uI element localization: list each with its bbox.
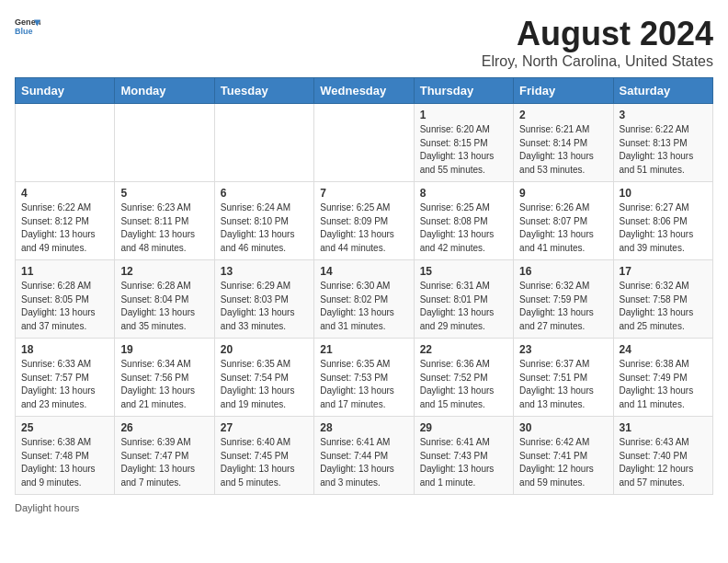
day-info: Sunrise: 6:31 AM Sunset: 8:01 PM Dayligh… bbox=[420, 280, 507, 333]
day-info: Sunrise: 6:35 AM Sunset: 7:53 PM Dayligh… bbox=[320, 358, 407, 411]
calendar-empty-cell bbox=[16, 104, 115, 182]
day-number: 27 bbox=[221, 421, 308, 434]
subtitle: Elroy, North Carolina, United States bbox=[482, 53, 713, 70]
day-number: 18 bbox=[21, 343, 108, 356]
day-number: 21 bbox=[320, 343, 407, 356]
day-info: Sunrise: 6:20 AM Sunset: 8:15 PM Dayligh… bbox=[420, 123, 507, 177]
calendar-day-2: 2Sunrise: 6:21 AM Sunset: 8:14 PM Daylig… bbox=[514, 104, 613, 182]
calendar-table: SundayMondayTuesdayWednesdayThursdayFrid… bbox=[15, 77, 713, 495]
calendar-day-22: 22Sunrise: 6:36 AM Sunset: 7:52 PM Dayli… bbox=[414, 339, 513, 417]
logo-icon: General Blue bbox=[15, 15, 40, 40]
day-number: 28 bbox=[320, 421, 407, 434]
calendar-day-3: 3Sunrise: 6:22 AM Sunset: 8:13 PM Daylig… bbox=[613, 104, 712, 182]
page-header: General Blue August 2024 Elroy, North Ca… bbox=[15, 15, 713, 70]
day-number: 7 bbox=[320, 187, 407, 200]
day-number: 9 bbox=[519, 187, 607, 200]
calendar-day-header-sunday: Sunday bbox=[16, 78, 115, 104]
calendar-week-row: 11Sunrise: 6:28 AM Sunset: 8:05 PM Dayli… bbox=[16, 260, 713, 339]
calendar-header-row: SundayMondayTuesdayWednesdayThursdayFrid… bbox=[16, 78, 713, 104]
calendar-day-26: 26Sunrise: 6:39 AM Sunset: 7:47 PM Dayli… bbox=[115, 417, 214, 495]
calendar-week-row: 4Sunrise: 6:22 AM Sunset: 8:12 PM Daylig… bbox=[16, 182, 713, 260]
main-title: August 2024 bbox=[482, 15, 713, 53]
day-number: 16 bbox=[519, 265, 607, 278]
calendar-day-11: 11Sunrise: 6:28 AM Sunset: 8:05 PM Dayli… bbox=[16, 260, 115, 339]
day-number: 26 bbox=[120, 421, 208, 434]
calendar-empty-cell bbox=[214, 104, 313, 182]
day-number: 25 bbox=[21, 421, 108, 434]
calendar-week-row: 1Sunrise: 6:20 AM Sunset: 8:15 PM Daylig… bbox=[16, 104, 713, 182]
footer-note: Daylight hours bbox=[15, 502, 713, 513]
day-info: Sunrise: 6:22 AM Sunset: 8:12 PM Dayligh… bbox=[21, 201, 108, 255]
calendar-day-28: 28Sunrise: 6:41 AM Sunset: 7:44 PM Dayli… bbox=[314, 417, 414, 495]
day-info: Sunrise: 6:25 AM Sunset: 8:09 PM Dayligh… bbox=[320, 201, 407, 255]
day-number: 4 bbox=[21, 187, 108, 200]
calendar-day-13: 13Sunrise: 6:29 AM Sunset: 8:03 PM Dayli… bbox=[214, 260, 313, 339]
calendar-week-row: 18Sunrise: 6:33 AM Sunset: 7:57 PM Dayli… bbox=[16, 339, 713, 417]
calendar-day-5: 5Sunrise: 6:23 AM Sunset: 8:11 PM Daylig… bbox=[115, 182, 214, 260]
calendar-day-12: 12Sunrise: 6:28 AM Sunset: 8:04 PM Dayli… bbox=[115, 260, 214, 339]
day-number: 30 bbox=[519, 421, 607, 434]
day-info: Sunrise: 6:29 AM Sunset: 8:03 PM Dayligh… bbox=[221, 280, 308, 333]
calendar-day-20: 20Sunrise: 6:35 AM Sunset: 7:54 PM Dayli… bbox=[214, 339, 313, 417]
calendar-day-header-thursday: Thursday bbox=[414, 78, 513, 104]
calendar-day-8: 8Sunrise: 6:25 AM Sunset: 8:08 PM Daylig… bbox=[414, 182, 513, 260]
day-number: 29 bbox=[420, 421, 507, 434]
day-number: 11 bbox=[21, 265, 108, 278]
day-info: Sunrise: 6:33 AM Sunset: 7:57 PM Dayligh… bbox=[21, 358, 108, 411]
day-info: Sunrise: 6:27 AM Sunset: 8:06 PM Dayligh… bbox=[620, 201, 707, 255]
day-info: Sunrise: 6:41 AM Sunset: 7:43 PM Dayligh… bbox=[420, 436, 507, 489]
day-info: Sunrise: 6:32 AM Sunset: 7:58 PM Dayligh… bbox=[620, 280, 707, 333]
day-info: Sunrise: 6:25 AM Sunset: 8:08 PM Dayligh… bbox=[420, 201, 507, 255]
day-info: Sunrise: 6:32 AM Sunset: 7:59 PM Dayligh… bbox=[519, 280, 607, 333]
day-info: Sunrise: 6:35 AM Sunset: 7:54 PM Dayligh… bbox=[221, 358, 308, 411]
day-info: Sunrise: 6:30 AM Sunset: 8:02 PM Dayligh… bbox=[320, 280, 407, 333]
calendar-day-header-saturday: Saturday bbox=[613, 78, 712, 104]
day-number: 20 bbox=[221, 343, 308, 356]
day-info: Sunrise: 6:41 AM Sunset: 7:44 PM Dayligh… bbox=[320, 436, 407, 489]
day-info: Sunrise: 6:28 AM Sunset: 8:05 PM Dayligh… bbox=[21, 280, 108, 333]
day-number: 6 bbox=[221, 187, 308, 200]
calendar-day-24: 24Sunrise: 6:38 AM Sunset: 7:49 PM Dayli… bbox=[613, 339, 712, 417]
calendar-day-1: 1Sunrise: 6:20 AM Sunset: 8:15 PM Daylig… bbox=[414, 104, 513, 182]
calendar-day-27: 27Sunrise: 6:40 AM Sunset: 7:45 PM Dayli… bbox=[214, 417, 313, 495]
day-number: 8 bbox=[420, 187, 507, 200]
calendar-day-header-wednesday: Wednesday bbox=[314, 78, 414, 104]
calendar-empty-cell bbox=[314, 104, 414, 182]
calendar-day-17: 17Sunrise: 6:32 AM Sunset: 7:58 PM Dayli… bbox=[613, 260, 712, 339]
day-number: 31 bbox=[620, 421, 707, 434]
day-number: 13 bbox=[221, 265, 308, 278]
day-number: 2 bbox=[519, 109, 607, 121]
calendar-day-18: 18Sunrise: 6:33 AM Sunset: 7:57 PM Dayli… bbox=[16, 339, 115, 417]
calendar-day-23: 23Sunrise: 6:37 AM Sunset: 7:51 PM Dayli… bbox=[514, 339, 613, 417]
day-number: 22 bbox=[420, 343, 507, 356]
day-info: Sunrise: 6:42 AM Sunset: 7:41 PM Dayligh… bbox=[519, 436, 607, 489]
day-info: Sunrise: 6:26 AM Sunset: 8:07 PM Dayligh… bbox=[519, 201, 607, 255]
calendar-day-16: 16Sunrise: 6:32 AM Sunset: 7:59 PM Dayli… bbox=[514, 260, 613, 339]
day-info: Sunrise: 6:39 AM Sunset: 7:47 PM Dayligh… bbox=[120, 436, 208, 489]
day-number: 1 bbox=[420, 109, 507, 121]
day-info: Sunrise: 6:22 AM Sunset: 8:13 PM Dayligh… bbox=[620, 123, 707, 177]
calendar-day-31: 31Sunrise: 6:43 AM Sunset: 7:40 PM Dayli… bbox=[613, 417, 712, 495]
calendar-day-25: 25Sunrise: 6:38 AM Sunset: 7:48 PM Dayli… bbox=[16, 417, 115, 495]
calendar-day-header-monday: Monday bbox=[115, 78, 214, 104]
day-info: Sunrise: 6:37 AM Sunset: 7:51 PM Dayligh… bbox=[519, 358, 607, 411]
calendar-day-9: 9Sunrise: 6:26 AM Sunset: 8:07 PM Daylig… bbox=[514, 182, 613, 260]
day-number: 19 bbox=[120, 343, 208, 356]
day-number: 15 bbox=[420, 265, 507, 278]
calendar-day-21: 21Sunrise: 6:35 AM Sunset: 7:53 PM Dayli… bbox=[314, 339, 414, 417]
day-number: 14 bbox=[320, 265, 407, 278]
calendar-day-7: 7Sunrise: 6:25 AM Sunset: 8:09 PM Daylig… bbox=[314, 182, 414, 260]
svg-text:Blue: Blue bbox=[15, 27, 33, 36]
day-number: 3 bbox=[620, 109, 707, 121]
calendar-day-14: 14Sunrise: 6:30 AM Sunset: 8:02 PM Dayli… bbox=[314, 260, 414, 339]
day-info: Sunrise: 6:34 AM Sunset: 7:56 PM Dayligh… bbox=[120, 358, 208, 411]
day-info: Sunrise: 6:23 AM Sunset: 8:11 PM Dayligh… bbox=[120, 201, 208, 255]
calendar-empty-cell bbox=[115, 104, 214, 182]
day-info: Sunrise: 6:24 AM Sunset: 8:10 PM Dayligh… bbox=[221, 201, 308, 255]
day-info: Sunrise: 6:21 AM Sunset: 8:14 PM Dayligh… bbox=[519, 123, 607, 177]
calendar-day-19: 19Sunrise: 6:34 AM Sunset: 7:56 PM Dayli… bbox=[115, 339, 214, 417]
day-info: Sunrise: 6:38 AM Sunset: 7:48 PM Dayligh… bbox=[21, 436, 108, 489]
day-info: Sunrise: 6:43 AM Sunset: 7:40 PM Dayligh… bbox=[620, 436, 707, 489]
calendar-day-4: 4Sunrise: 6:22 AM Sunset: 8:12 PM Daylig… bbox=[16, 182, 115, 260]
day-info: Sunrise: 6:38 AM Sunset: 7:49 PM Dayligh… bbox=[620, 358, 707, 411]
